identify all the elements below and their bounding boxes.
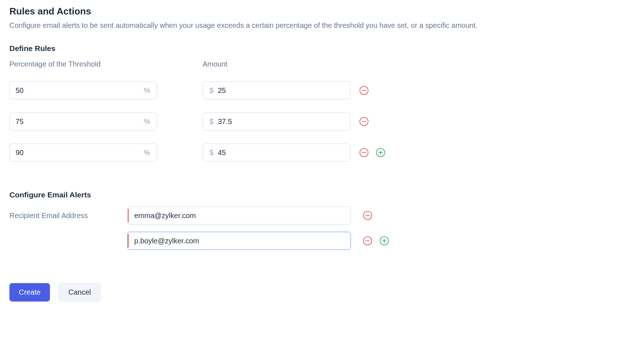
remove-rule-button[interactable] [359, 148, 369, 158]
percent-symbol: % [144, 149, 157, 157]
email-alerts-section: Configure Email Alerts Recipient Email A… [9, 191, 635, 250]
amount-input-wrapper: $ [203, 81, 350, 99]
page-subtitle: Configure email alerts to be sent automa… [9, 21, 635, 30]
recipient-email-label: Recipient Email Address [9, 212, 127, 220]
email-row-actions [351, 236, 389, 246]
email-input-wrapper [127, 206, 351, 225]
remove-icon [359, 86, 369, 95]
remove-email-button[interactable] [363, 236, 373, 246]
configure-email-alerts-heading: Configure Email Alerts [9, 191, 635, 199]
remove-rule-button[interactable] [359, 116, 369, 127]
amount-input[interactable] [213, 86, 350, 95]
rule-row-actions [350, 148, 635, 158]
add-email-button[interactable] [379, 236, 389, 246]
page-title: Rules and Actions [9, 6, 635, 17]
percent-input[interactable] [10, 118, 144, 126]
percent-input-wrapper: % [9, 144, 157, 162]
percent-symbol: % [144, 118, 157, 126]
rule-row-actions [350, 116, 635, 127]
recipient-email-input[interactable] [128, 237, 351, 245]
percent-input-wrapper: % [9, 112, 157, 131]
currency-symbol: $ [203, 149, 213, 157]
create-button[interactable]: Create [9, 283, 50, 302]
remove-icon [363, 211, 372, 220]
cancel-button[interactable]: Cancel [59, 283, 101, 302]
remove-email-button[interactable] [363, 210, 373, 221]
email-row-actions [351, 210, 373, 221]
amount-column-header: Amount [203, 60, 350, 68]
email-row: Recipient Email Address [9, 206, 635, 225]
email-row [9, 232, 635, 250]
form-buttons: Create Cancel [9, 283, 635, 302]
rules-grid: Percentage of the Threshold Amount % $ %… [9, 60, 635, 162]
currency-symbol: $ [203, 118, 213, 126]
percent-column-header: Percentage of the Threshold [9, 60, 157, 68]
define-rules-heading: Define Rules [9, 44, 635, 53]
remove-rule-button[interactable] [359, 85, 369, 95]
rule-row-actions [350, 85, 635, 95]
amount-input[interactable] [213, 149, 350, 157]
percent-symbol: % [144, 86, 157, 95]
email-input-wrapper [127, 232, 351, 250]
percent-input[interactable] [10, 86, 144, 95]
recipient-email-input[interactable] [128, 212, 351, 220]
percent-input-wrapper: % [9, 81, 157, 99]
amount-input-wrapper: $ [203, 112, 350, 131]
add-icon [376, 148, 385, 157]
remove-icon [363, 236, 372, 245]
add-icon [380, 236, 389, 245]
add-rule-button[interactable] [376, 148, 386, 158]
currency-symbol: $ [203, 86, 213, 95]
amount-input-wrapper: $ [203, 144, 350, 162]
percent-input[interactable] [10, 149, 144, 157]
amount-input[interactable] [213, 118, 350, 126]
remove-icon [359, 117, 369, 126]
remove-icon [359, 148, 369, 157]
